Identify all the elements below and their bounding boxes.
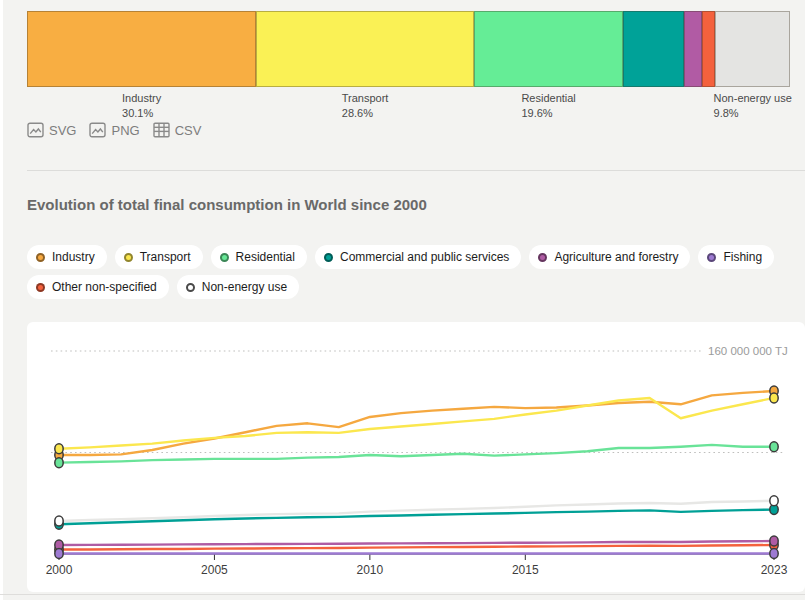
legend-item-label: Other non-specified — [52, 280, 157, 294]
legend-item-label: Residential — [236, 250, 295, 264]
bar-segment-label: Transport28.6% — [342, 91, 389, 120]
bottom-divider — [0, 594, 805, 595]
series-line-agriculture-and-forestry — [59, 541, 774, 545]
series-marker-transport — [55, 444, 63, 454]
legend-color-dot — [36, 253, 45, 262]
legend-item-label: Transport — [140, 250, 191, 264]
table-icon — [153, 122, 170, 138]
bar-segment-label-pct: 9.8% — [714, 106, 792, 121]
bar-segment-label-name: Industry — [122, 92, 161, 104]
export-button-label: CSV — [175, 123, 202, 138]
legend-color-dot — [186, 283, 195, 292]
bar-segment-non-energy-use[interactable] — [715, 11, 790, 87]
image-icon — [89, 122, 106, 138]
legend-item-industry[interactable]: Industry — [27, 245, 107, 269]
x-axis-tick-label: 2000 — [46, 563, 73, 577]
bar-segment-commercial-and-public-services[interactable] — [623, 11, 684, 87]
series-marker-non-energy-use — [770, 496, 778, 506]
series-marker-residential — [55, 458, 63, 468]
legend-item-residential[interactable]: Residential — [211, 245, 307, 269]
legend-color-dot — [124, 253, 133, 262]
series-line-industry — [59, 391, 774, 455]
bar-segment-label-pct: 30.1% — [122, 106, 161, 121]
legend-item-other-non-specified[interactable]: Other non-specified — [27, 275, 169, 299]
chart-title: Evolution of total final consumption in … — [27, 196, 427, 213]
stacked-bar-labels: Industry30.1%Transport28.6%Residential19… — [27, 91, 790, 119]
x-axis-tick-label: 2023 — [761, 563, 788, 577]
series-marker-residential — [770, 442, 778, 452]
x-axis-tick-label: 2010 — [357, 563, 384, 577]
line-chart-canvas[interactable]: 160 000 000 TJ20002005201020152023 — [27, 322, 805, 592]
series-marker-fishing — [55, 548, 63, 558]
legend-color-dot — [220, 253, 229, 262]
series-marker-transport — [770, 393, 778, 403]
legend-item-agriculture-and-forestry[interactable]: Agriculture and forestry — [529, 245, 690, 269]
bar-segment-label-pct: 28.6% — [342, 106, 389, 121]
series-line-transport — [59, 398, 774, 449]
bar-segment-other-non-specified[interactable] — [702, 11, 715, 87]
bar-segment-label-name: Non-energy use — [714, 92, 792, 104]
export-button-label: PNG — [111, 123, 139, 138]
x-axis-tick-label: 2015 — [512, 563, 539, 577]
bar-segment-label-name: Residential — [521, 92, 575, 104]
line-chart-card[interactable]: 160 000 000 TJ20002005201020152023 — [27, 322, 805, 592]
legend-item-label: Fishing — [723, 250, 762, 264]
legend-item-label: Non-energy use — [202, 280, 287, 294]
bar-segment-transport[interactable] — [256, 11, 474, 87]
legend-color-dot — [324, 253, 333, 262]
export-png-button[interactable]: PNG — [89, 122, 139, 138]
bar-segment-industry[interactable] — [27, 11, 256, 87]
export-buttons: SVGPNGCSV — [27, 122, 201, 138]
series-marker-agriculture-and-forestry — [770, 536, 778, 546]
legend-item-fishing[interactable]: Fishing — [698, 245, 774, 269]
series-marker-fishing — [770, 548, 778, 558]
bar-segment-label: Residential19.6% — [521, 91, 575, 120]
gridline-label: 160 000 000 TJ — [708, 345, 788, 357]
legend-color-dot — [538, 253, 547, 262]
legend-color-dot — [707, 253, 716, 262]
legend-item-label: Commercial and public services — [340, 250, 509, 264]
stacked-bar — [27, 11, 790, 87]
legend-color-dot — [36, 283, 45, 292]
section-divider — [27, 170, 805, 171]
chart-legend: IndustryTransportResidentialCommercial a… — [27, 245, 799, 299]
bar-segment-label-name: Transport — [342, 92, 389, 104]
export-button-label: SVG — [49, 123, 76, 138]
series-marker-non-energy-use — [55, 516, 63, 526]
image-icon — [27, 122, 44, 138]
legend-item-commercial-and-public-services[interactable]: Commercial and public services — [315, 245, 521, 269]
bar-segment-label: Industry30.1% — [122, 91, 161, 120]
legend-item-label: Industry — [52, 250, 95, 264]
legend-item-non-energy-use[interactable]: Non-energy use — [177, 275, 299, 299]
x-axis-tick-label: 2005 — [201, 563, 228, 577]
export-svg-button[interactable]: SVG — [27, 122, 76, 138]
legend-item-label: Agriculture and forestry — [554, 250, 678, 264]
page-left-edge — [0, 0, 3, 600]
legend-item-transport[interactable]: Transport — [115, 245, 203, 269]
bar-segment-agriculture-and-forestry[interactable] — [684, 11, 702, 87]
page: Industry30.1%Transport28.6%Residential19… — [0, 0, 805, 600]
bar-segment-label-pct: 19.6% — [521, 106, 575, 121]
bar-segment-residential[interactable] — [474, 11, 623, 87]
export-csv-button[interactable]: CSV — [153, 122, 202, 138]
bar-segment-label: Non-energy use9.8% — [714, 91, 792, 120]
